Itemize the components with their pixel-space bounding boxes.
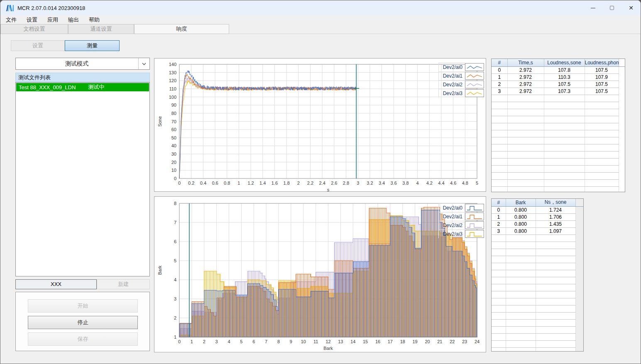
legend-item: Dev2/ai1 [438, 71, 484, 80]
table-row[interactable]: 12.972110.3107.9 [492, 73, 625, 81]
table-cell [507, 179, 544, 186]
svg-text:0.4: 0.4 [200, 181, 206, 186]
table-row-empty [492, 333, 583, 340]
start-button[interactable]: 开始 [28, 299, 138, 313]
table-row-empty [492, 263, 583, 270]
filler-cell [575, 333, 583, 340]
menu-item-apply[interactable]: 应用 [42, 15, 63, 24]
table-cell: 107.9 [585, 73, 619, 81]
svg-text:Sone: Sone [157, 116, 162, 127]
specific-loudness-plot-area[interactable]: 0123456789101112131415161718192021222324… [154, 197, 486, 352]
svg-text:24: 24 [475, 339, 480, 344]
svg-text:16: 16 [375, 339, 380, 344]
table-cell [492, 298, 506, 305]
table-cell [492, 312, 506, 319]
filler-cell [619, 172, 625, 179]
table-row-empty [492, 137, 625, 144]
svg-text:s: s [327, 187, 330, 191]
table-cell [585, 95, 619, 102]
table-cell: 1 [492, 213, 506, 220]
file-list-item[interactable]: Test 88_XXX_009_LDN 测试中 [16, 83, 149, 91]
test-mode-select[interactable]: 测试模式 [15, 58, 150, 70]
table-cell [544, 172, 585, 179]
table-cell [585, 109, 619, 116]
table-cell [506, 298, 536, 305]
new-button[interactable]: 新建 [97, 279, 150, 289]
maximize-button[interactable] [602, 0, 621, 15]
legend-label: Dev2/ai1 [438, 71, 465, 80]
table-cell [536, 333, 575, 340]
menu-item-file[interactable]: 文件 [1, 15, 22, 24]
test-mode-value: 测试模式 [16, 58, 138, 69]
svg-text:110: 110 [169, 86, 176, 91]
table-row[interactable]: 22.972107.5107.5 [492, 81, 625, 88]
table-row-empty [492, 242, 583, 249]
table-row-empty [492, 235, 583, 242]
measure-subtab-button[interactable]: 测量 [65, 40, 120, 51]
svg-text:12: 12 [325, 339, 330, 344]
menu-item-output[interactable]: 输出 [63, 15, 84, 24]
svg-text:3.8: 3.8 [402, 181, 409, 186]
table-cell: 2 [492, 81, 507, 88]
column-header: # [492, 199, 506, 206]
table-row-empty [492, 165, 625, 172]
svg-text:8: 8 [277, 339, 280, 344]
legend-item: Dev2/ai2 [438, 80, 484, 89]
filler-cell [619, 116, 625, 123]
table-row[interactable]: 02.972107.8107.5 [492, 66, 625, 73]
table-row[interactable]: 10.8001.706 [492, 213, 583, 220]
svg-text:120: 120 [169, 78, 176, 83]
close-button[interactable]: ✕ [621, 0, 641, 15]
filler-cell [575, 347, 583, 352]
table-row-empty [492, 130, 625, 137]
table-row[interactable]: 32.972107.3107.5 [492, 88, 625, 95]
legend-item: Dev2/ai2 [438, 221, 484, 230]
table-row-empty [492, 109, 625, 116]
filler-cell [575, 319, 583, 326]
bark-table: #BarkNs，sone00.8001.72410.8001.70620.800… [492, 199, 583, 352]
table-cell: 0.800 [506, 220, 536, 227]
table-cell [492, 242, 506, 249]
table-cell [506, 305, 536, 312]
menu-item-help[interactable]: 帮助 [84, 15, 105, 24]
table-cell: 1.435 [536, 220, 575, 227]
table-cell [536, 270, 575, 277]
filler-cell [619, 130, 625, 137]
minimize-icon [591, 8, 595, 8]
table-row-empty [492, 340, 583, 347]
svg-text:2: 2 [203, 339, 206, 344]
stop-button[interactable]: 停止 [28, 316, 138, 329]
xxx-button[interactable]: XXX [15, 279, 97, 289]
table-cell [536, 319, 575, 326]
settings-subtab-button[interactable]: 设置 [11, 40, 65, 51]
table-cell [585, 179, 619, 186]
svg-text:9: 9 [290, 339, 292, 344]
table-cell [585, 137, 619, 144]
filler-cell [619, 158, 625, 165]
table-row[interactable]: 30.8001.097 [492, 227, 583, 235]
svg-text:2.8: 2.8 [343, 181, 349, 186]
table-row[interactable]: 00.8001.724 [492, 206, 583, 213]
svg-text:1.6: 1.6 [272, 181, 278, 186]
menu-item-settings[interactable]: 设置 [22, 15, 42, 24]
svg-text:1: 1 [191, 339, 193, 344]
test-file-list[interactable]: Test 88_XXX_009_LDN 测试中 [15, 82, 150, 276]
table-cell: 2 [492, 220, 506, 227]
table-cell: 2.972 [507, 88, 544, 95]
svg-text:2.4: 2.4 [319, 181, 325, 186]
table-cell: 0.800 [506, 206, 536, 213]
loudness-time-plot-area[interactable]: 00.20.40.60.811.21.41.61.822.22.42.62.83… [154, 59, 486, 192]
filler-cell [619, 137, 625, 144]
minimize-button[interactable] [583, 0, 602, 15]
table-cell [492, 263, 506, 270]
table-row[interactable]: 20.8001.435 [492, 220, 583, 227]
table-cell [506, 347, 536, 352]
svg-text:80: 80 [171, 111, 176, 116]
close-icon: ✕ [629, 5, 634, 11]
tab-loudness[interactable]: 响度 [134, 24, 229, 34]
tab-document-settings[interactable]: 文档设置 [0, 24, 68, 34]
save-button[interactable]: 保存 [28, 332, 138, 346]
tab-channel-settings[interactable]: 通道设置 [68, 24, 134, 34]
chevron-down-icon[interactable] [138, 58, 149, 69]
table-cell [536, 242, 575, 249]
